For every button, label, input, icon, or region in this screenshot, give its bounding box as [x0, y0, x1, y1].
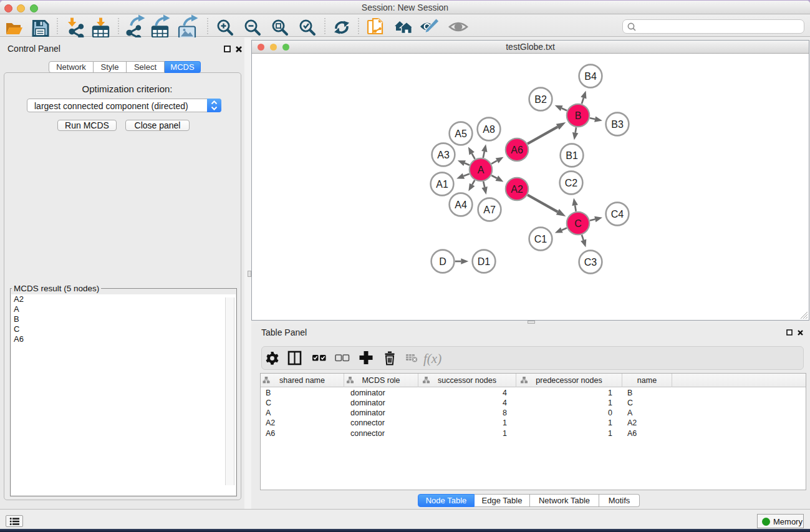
svg-text:A8: A8 [483, 124, 495, 135]
svg-text:B: B [575, 110, 582, 121]
svg-text:D1: D1 [478, 256, 491, 267]
svg-text:B1: B1 [566, 150, 578, 161]
svg-text:C1: C1 [534, 234, 547, 244]
svg-text:A7: A7 [483, 205, 496, 215]
svg-text:B3: B3 [611, 119, 624, 130]
svg-text:A4: A4 [455, 200, 467, 210]
svg-text:B4: B4 [584, 71, 597, 82]
svg-text:C3: C3 [584, 257, 597, 268]
svg-text:C2: C2 [565, 178, 578, 188]
svg-text:B2: B2 [534, 94, 547, 105]
svg-text:A3: A3 [437, 150, 450, 160]
svg-text:A6: A6 [511, 145, 523, 155]
svg-text:f(x): f(x) [423, 351, 441, 366]
svg-text:A: A [478, 165, 485, 175]
svg-text:D: D [439, 256, 446, 267]
svg-text:A2: A2 [511, 184, 523, 195]
svg-text:A1: A1 [436, 179, 448, 190]
svg-text:A5: A5 [455, 128, 467, 139]
svg-text:C: C [574, 218, 582, 229]
svg-text:C4: C4 [611, 209, 624, 220]
